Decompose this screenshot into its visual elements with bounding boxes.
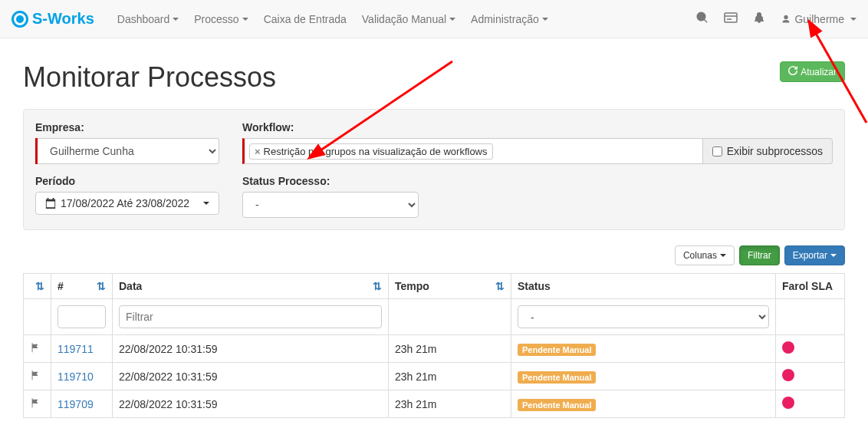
th-farol: Farol SLA [776, 274, 845, 299]
exibir-checkbox[interactable] [712, 147, 722, 156]
workflow-label: Workflow: [242, 121, 833, 133]
chevron-down-icon [242, 18, 248, 21]
process-id-link[interactable]: 119711 [58, 343, 94, 355]
user-menu[interactable]: Guilherme [781, 13, 856, 25]
flag-icon[interactable] [30, 370, 41, 383]
chevron-down-icon [173, 18, 179, 21]
sort-icon: ⇅ [97, 280, 106, 292]
filter-id-input[interactable] [58, 305, 106, 328]
logo-icon [12, 11, 28, 28]
status-badge: Pendente Manual [518, 344, 596, 356]
user-name: Guilherme [794, 13, 844, 25]
chevron-down-icon [830, 254, 837, 257]
process-id-link[interactable]: 119710 [58, 370, 94, 383]
status-label: Status Processo: [242, 175, 833, 187]
sort-icon: ⇅ [373, 280, 382, 292]
flag-icon[interactable] [30, 343, 41, 355]
nav-dashboard[interactable]: Dashboard [117, 13, 179, 25]
filtrar-button[interactable]: Filtrar [739, 245, 780, 265]
exibir-subprocessos[interactable]: Exibir subprocessos [703, 138, 833, 164]
periodo-button[interactable]: 17/08/2022 Até 23/08/2022 [35, 192, 219, 215]
chevron-down-icon [542, 18, 548, 21]
th-id[interactable]: #⇅ [51, 274, 113, 299]
nav-admin[interactable]: Administração [471, 13, 548, 25]
flag-icon[interactable] [30, 398, 41, 410]
user-icon [781, 14, 791, 25]
page-header: Monitorar Processos Atualizar [0, 38, 868, 109]
colunas-button[interactable]: Colunas [675, 245, 735, 265]
status-select[interactable]: - [242, 192, 419, 218]
filter-data-input[interactable] [119, 305, 382, 328]
filter-status-select[interactable]: - [518, 305, 769, 328]
empresa-label: Empresa: [35, 121, 219, 133]
process-id-link[interactable]: 119709 [58, 398, 94, 410]
table-row: 11970922/08/2022 10:31:5923h 21mPendente… [24, 390, 845, 418]
sort-icon: ⇅ [35, 280, 44, 292]
table-toolbar: Colunas Filtrar Exportar [23, 245, 845, 265]
nav-caixa[interactable]: Caixa de Entrada [264, 13, 347, 25]
card-icon[interactable] [724, 12, 738, 26]
nav-processo[interactable]: Processo [194, 13, 248, 25]
farol-indicator [782, 341, 794, 354]
farol-indicator [782, 397, 794, 409]
table-row: 11971022/08/2022 10:31:5923h 21mPendente… [24, 363, 845, 390]
empresa-select[interactable]: Guilherme Cunha [38, 138, 219, 164]
workflow-tag: × Restrição por grupos na visualização d… [249, 143, 493, 160]
bell-icon[interactable] [753, 12, 765, 26]
exportar-button[interactable]: Exportar [784, 245, 845, 265]
th-flag[interactable]: ⇅ [24, 274, 51, 299]
nav-validacao[interactable]: Validação Manual [362, 13, 455, 25]
workflow-input[interactable]: × Restrição por grupos na visualização d… [242, 138, 703, 164]
cell-data: 22/08/2022 10:31:59 [113, 335, 389, 363]
status-badge: Pendente Manual [518, 399, 596, 411]
brand-text: S-Works [32, 10, 94, 28]
tag-remove-icon[interactable]: × [255, 146, 261, 157]
svg-rect-0 [725, 13, 737, 22]
nav-main: Dashboard Processo Caixa de Entrada Vali… [117, 13, 564, 25]
chevron-down-icon [203, 202, 209, 205]
th-status: Status [511, 274, 776, 299]
th-data[interactable]: Data⇅ [113, 274, 389, 299]
cell-data: 22/08/2022 10:31:59 [113, 363, 389, 390]
sort-icon: ⇅ [495, 280, 505, 292]
search-icon[interactable] [696, 12, 709, 26]
brand-logo[interactable]: S-Works [12, 10, 94, 28]
table-row: 11971122/08/2022 10:31:5923h 21mPendente… [24, 335, 845, 363]
refresh-icon [788, 66, 797, 77]
cell-tempo: 23h 21m [389, 390, 511, 418]
periodo-label: Período [35, 175, 219, 187]
page-title: Monitorar Processos [23, 61, 276, 94]
navbar: S-Works Dashboard Processo Caixa de Entr… [0, 0, 868, 38]
farol-indicator [782, 369, 794, 381]
calendar-icon [45, 198, 56, 209]
filter-panel: Empresa: Guilherme Cunha Período 17/08/2… [23, 109, 845, 230]
status-badge: Pendente Manual [518, 371, 596, 384]
navbar-right: Guilherme [696, 12, 856, 26]
cell-tempo: 23h 21m [389, 335, 511, 363]
cell-tempo: 23h 21m [389, 363, 511, 390]
process-table: ⇅ #⇅ Data⇅ Tempo⇅ Status Farol SLA - 119… [23, 273, 845, 418]
chevron-down-icon [449, 18, 455, 21]
chevron-down-icon [720, 254, 726, 257]
th-tempo[interactable]: Tempo⇅ [389, 274, 511, 299]
refresh-button[interactable]: Atualizar [780, 61, 845, 82]
cell-data: 22/08/2022 10:31:59 [113, 390, 389, 418]
chevron-down-icon [850, 18, 856, 21]
